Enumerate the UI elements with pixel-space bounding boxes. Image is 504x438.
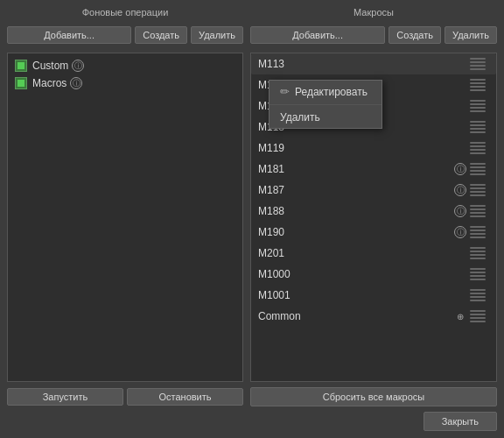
m187-info-icon[interactable]: ⓘ (454, 184, 466, 196)
custom-label: Custom (32, 60, 68, 72)
drag-handle-m181[interactable] (466, 161, 489, 177)
macro-label-common: Common (258, 310, 451, 322)
macro-label-m119: M119 (258, 142, 466, 154)
context-menu-delete[interactable]: Удалить (270, 107, 382, 128)
context-delete-label: Удалить (280, 111, 320, 124)
macro-label-m1001: M1001 (258, 289, 466, 301)
drag-handle-m190[interactable] (466, 224, 489, 240)
custom-info-icon[interactable]: ⓘ (72, 60, 84, 72)
macro-item-m187[interactable]: M187 ⓘ (251, 180, 496, 201)
macro-item-m119[interactable]: M119 (251, 138, 496, 159)
macros-list-area[interactable]: M113 ✏ Редактировать (250, 53, 497, 382)
m190-info-icon[interactable]: ⓘ (454, 226, 466, 238)
list-item-custom[interactable]: Custom ⓘ (11, 57, 239, 74)
bottom-row: Запустить Остановить Сбросить все макрос… (7, 387, 497, 406)
left-create-button[interactable]: Создать (135, 26, 187, 44)
drag-handle-m118[interactable] (466, 119, 489, 135)
drag-handle-m113[interactable] (466, 56, 489, 72)
m181-info-icon[interactable]: ⓘ (454, 163, 466, 175)
macro-item-common[interactable]: Common ⊕ (251, 306, 496, 327)
macro-item-m181[interactable]: M181 ⓘ (251, 159, 496, 180)
drag-handle-m201[interactable] (466, 245, 489, 261)
right-bottom-buttons: Сбросить все макросы (250, 387, 497, 406)
macro-label-m1000: M1000 (258, 268, 466, 280)
macro-label-m188: M188 (258, 205, 451, 217)
macro-item-m201[interactable]: M201 (251, 243, 496, 264)
macro-item-m113[interactable]: M113 (251, 53, 496, 74)
macros-label: Macros (32, 77, 66, 89)
left-list-area[interactable]: Custom ⓘ Macros ⓘ (7, 53, 243, 382)
context-menu-divider (270, 104, 382, 105)
main-container: Фоновые операции Макросы Добавить... Соз… (0, 0, 504, 438)
drag-handle-m1001[interactable] (466, 287, 489, 303)
macro-item-m190[interactable]: M190 ⓘ (251, 222, 496, 243)
right-delete-button[interactable]: Удалить (444, 26, 497, 44)
custom-checkbox[interactable] (15, 60, 27, 72)
right-create-button[interactable]: Создать (388, 26, 441, 44)
left-delete-button[interactable]: Удалить (191, 26, 243, 44)
drag-handle-m117[interactable] (466, 98, 489, 114)
macro-item-m1000[interactable]: M1000 (251, 264, 496, 285)
right-add-button[interactable]: Добавить... (250, 26, 385, 44)
drag-handle-m1000[interactable] (466, 266, 489, 282)
macro-label-m187: M187 (258, 184, 451, 196)
m188-info-icon[interactable]: ⓘ (454, 205, 466, 217)
close-button[interactable]: Закрыть (424, 412, 497, 431)
drag-handle-m119[interactable] (466, 140, 489, 156)
reset-all-macros-button[interactable]: Сбросить все макросы (250, 387, 497, 406)
stop-button[interactable]: Остановить (127, 388, 243, 406)
macro-label-m190: M190 (258, 226, 451, 238)
right-panel-header: Макросы (250, 7, 497, 18)
context-menu-edit[interactable]: ✏ Редактировать (270, 81, 382, 102)
macros-checkbox[interactable] (15, 77, 27, 89)
close-row: Закрыть (7, 412, 497, 431)
macros-info-icon[interactable]: ⓘ (70, 77, 82, 89)
left-add-button[interactable]: Добавить... (7, 26, 131, 44)
run-button[interactable]: Запустить (7, 388, 123, 406)
drag-handle-m187[interactable] (466, 182, 489, 198)
drag-handle-common[interactable] (466, 308, 489, 324)
common-info-icon[interactable]: ⊕ (454, 310, 466, 322)
context-menu: ✏ Редактировать Удалить (269, 80, 382, 129)
macro-item-m1001[interactable]: M1001 (251, 285, 496, 306)
macro-label-m113: M113 (258, 58, 466, 70)
left-panel-header: Фоновые операции (7, 7, 243, 18)
macro-label-m201: M201 (258, 247, 466, 259)
edit-icon: ✏ (280, 85, 290, 98)
left-bottom-buttons: Запустить Остановить (7, 388, 243, 406)
drag-handle-m116[interactable] (466, 77, 489, 93)
drag-handle-m188[interactable] (466, 203, 489, 219)
list-item-macros[interactable]: Macros ⓘ (11, 74, 239, 92)
macro-label-m181: M181 (258, 163, 451, 175)
macro-item-m188[interactable]: M188 ⓘ (251, 201, 496, 222)
context-edit-label: Редактировать (295, 86, 368, 98)
